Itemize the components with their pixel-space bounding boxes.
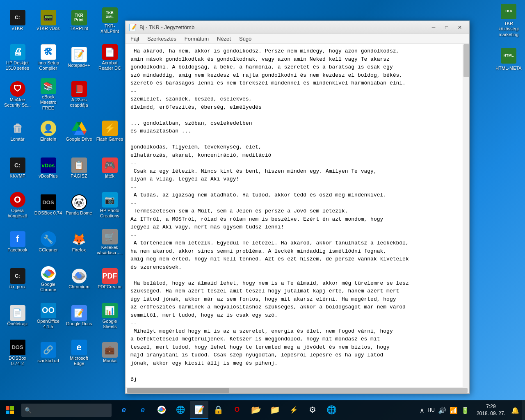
- icon-mcafee[interactable]: 🛡 McAfee Security Sc...: [2, 76, 33, 113]
- icon-hp-photo[interactable]: 📷 HP Photo Creations: [94, 187, 125, 224]
- taskbar-security[interactable]: 🔒: [209, 401, 227, 419]
- maximize-button[interactable]: □: [441, 23, 453, 32]
- menu-edit[interactable]: Szerkesztés: [144, 35, 180, 43]
- tray-battery[interactable]: 🔋: [460, 406, 470, 414]
- notepad-content[interactable]: Ha akarod, ha nem, akkor is gondolkodsz.…: [126, 44, 463, 387]
- clock-date: 2018. 09. 27.: [477, 410, 505, 417]
- icon-tkr-kozossegi[interactable]: TKR TKR közösségi marketing: [493, 2, 524, 39]
- icon-google-chrome[interactable]: Google Chrome: [33, 260, 64, 297]
- menu-view[interactable]: Nézet: [214, 35, 234, 43]
- icon-tkr-print[interactable]: TKRPrint TKRPrint: [64, 2, 94, 39]
- clock-time: 7:29: [477, 403, 505, 410]
- tray-arrow[interactable]: ∧: [419, 406, 425, 414]
- icon-gdrive[interactable]: Google Drive: [64, 113, 94, 150]
- taskbar-system-tray: ∧ HU 🔊 📶 🔋: [415, 406, 473, 414]
- icon-google-docs[interactable]: 📝 Google Docs: [64, 297, 94, 334]
- svg-rect-9: [10, 411, 14, 414]
- icon-tkr-prnx[interactable]: C: tkr_prnx: [2, 260, 33, 297]
- tray-network[interactable]: 📶: [449, 406, 459, 414]
- icon-acrobat[interactable]: 📄 Acrobat Reader DC: [94, 39, 125, 76]
- taskbar-clock[interactable]: 7:29 2018. 09. 27.: [473, 403, 509, 417]
- taskbar-totalcmd[interactable]: ⚡: [285, 401, 303, 419]
- taskbar-files[interactable]: 📂: [247, 401, 265, 419]
- icon-chromium[interactable]: Chromium: [64, 260, 94, 297]
- notepad-titlebar[interactable]: 📝 Bj - TKR - Jegyzettömb ─ □ ✕: [126, 21, 469, 34]
- icon-kellekek[interactable]: 🛒 Kellékek vásárlása -...: [94, 224, 125, 260]
- icon-firefox[interactable]: 🦊 Firefox: [64, 224, 94, 260]
- icon-tkr-xml[interactable]: TKRXML TKR-XMLPrint: [94, 2, 125, 39]
- tray-lang[interactable]: HU: [427, 407, 436, 413]
- icon-onetrajz[interactable]: 📄 Önéletrajz: [2, 297, 33, 334]
- icon-opera[interactable]: O Opera böngésző: [2, 187, 33, 224]
- menu-format[interactable]: Formátum: [181, 35, 212, 43]
- icon-pagisz[interactable]: 📋 PÁGISZ: [64, 150, 94, 187]
- icon-notepadpp[interactable]: 📝 Notepad++: [64, 39, 94, 76]
- icon-kkvmf[interactable]: C: KKVMF: [2, 150, 33, 187]
- desktop: C: vTKR 📟 vTKR-vDos TKRPrint TKRPrint TK…: [0, 0, 525, 420]
- taskbar-browser[interactable]: 🌐: [322, 401, 340, 419]
- icon-lomtar[interactable]: 🗑 Lomtár: [2, 113, 33, 150]
- taskbar-explorer[interactable]: 📁: [266, 401, 284, 419]
- minimize-button[interactable]: ─: [427, 23, 440, 32]
- icon-flash[interactable]: ⚡ Flash Games: [94, 113, 125, 150]
- icon-a22[interactable]: 📕 A 22-es csapdája: [64, 76, 94, 113]
- icon-vtkr[interactable]: C: vTKR: [2, 2, 33, 39]
- icon-ebook[interactable]: 📚 eBook Maestro FREE: [33, 76, 64, 113]
- svg-rect-8: [6, 411, 9, 414]
- icon-pdfcreator[interactable]: PDF PDFCreator: [94, 260, 125, 297]
- search-icon: 🔍: [25, 407, 32, 413]
- svg-rect-6: [6, 406, 9, 410]
- icon-google-sheets[interactable]: 📊 Google Sheets: [94, 297, 125, 334]
- taskbar-edge[interactable]: e: [134, 401, 152, 419]
- desktop-icons-area: C: vTKR 📟 vTKR-vDos TKRPrint TKRPrint TK…: [0, 0, 123, 400]
- notepad-window-icon: 📝: [129, 23, 137, 31]
- icon-hp-deskjet[interactable]: 🖨 HP Deskjet 1510 series: [2, 39, 33, 76]
- icon-openoffice[interactable]: OO OpenOffice 4.1.5: [33, 297, 64, 334]
- icon-vtkr-vdos[interactable]: 📟 vTKR-vDos: [33, 2, 64, 39]
- taskbar-items: e e 🌐 📝 🔒 O 📂 📁 ⚡ ⚙ 🌐: [113, 401, 415, 419]
- icon-ccleaner[interactable]: 🔧 CCleaner: [33, 224, 64, 260]
- notepad-menubar: Fájl Szerkesztés Formátum Nézet Súgó: [126, 34, 469, 44]
- window-controls: ─ □ ✕: [427, 23, 466, 32]
- icon-panda[interactable]: 🐼 Panda Dome: [64, 187, 94, 224]
- taskbar-search[interactable]: 🔍: [21, 404, 112, 417]
- close-button[interactable]: ✕: [454, 23, 466, 32]
- svg-point-12: [160, 409, 163, 411]
- icon-vdosplus[interactable]: vDos vDosPlus: [33, 150, 64, 187]
- taskbar-edge2[interactable]: 🌐: [171, 401, 189, 419]
- taskbar: 🔍 e e 🌐 📝 🔒 O 📂 📁 ⚡: [0, 400, 525, 420]
- icon-html-meta[interactable]: HTML HTML-META: [493, 41, 524, 78]
- taskbar-settings[interactable]: ⚙: [304, 401, 322, 419]
- menu-file[interactable]: Fájl: [127, 35, 142, 43]
- svg-point-2: [46, 271, 51, 276]
- tray-speaker[interactable]: 🔊: [437, 406, 447, 414]
- action-center-button[interactable]: 🔔: [509, 406, 522, 414]
- show-desktop-button[interactable]: [522, 400, 525, 420]
- svg-point-5: [77, 274, 82, 278]
- notepad-window: 📝 Bj - TKR - Jegyzettömb ─ □ ✕ Fájl Szer…: [125, 21, 470, 394]
- taskbar-notepad[interactable]: 📝: [190, 401, 208, 419]
- icon-inno-setup[interactable]: 🛠 Inno Setup Compiler: [33, 39, 64, 76]
- svg-rect-7: [10, 406, 14, 410]
- vertical-scrollbar[interactable]: [463, 44, 469, 387]
- icon-munka[interactable]: 💼 Munka: [94, 334, 125, 371]
- taskbar-opera[interactable]: O: [228, 401, 246, 419]
- start-button[interactable]: [0, 400, 20, 420]
- notepad-title: Bj - TKR - Jegyzettömb: [139, 24, 427, 30]
- icon-ms-edge[interactable]: e Microsoft Edge: [64, 334, 94, 371]
- icon-einstein[interactable]: 👤 Einstein: [33, 113, 64, 150]
- taskbar-chrome[interactable]: [153, 401, 171, 419]
- icon-dosbox074[interactable]: DOS DOSBox 0.74: [33, 187, 64, 224]
- menu-help[interactable]: Súgó: [236, 35, 255, 43]
- icon-szinkod[interactable]: 🔗 szinkód url: [33, 334, 64, 371]
- icon-facebook[interactable]: f Facebook: [2, 224, 33, 260]
- taskbar-ie[interactable]: e: [115, 401, 133, 419]
- right-icons-area: TKR TKR közösségi marketing HTML HTML-ME…: [492, 0, 525, 400]
- icon-jatek[interactable]: 🎮 játék: [94, 150, 125, 187]
- icon-dosbox2[interactable]: DOS DOSBox 0.74-2: [2, 334, 33, 371]
